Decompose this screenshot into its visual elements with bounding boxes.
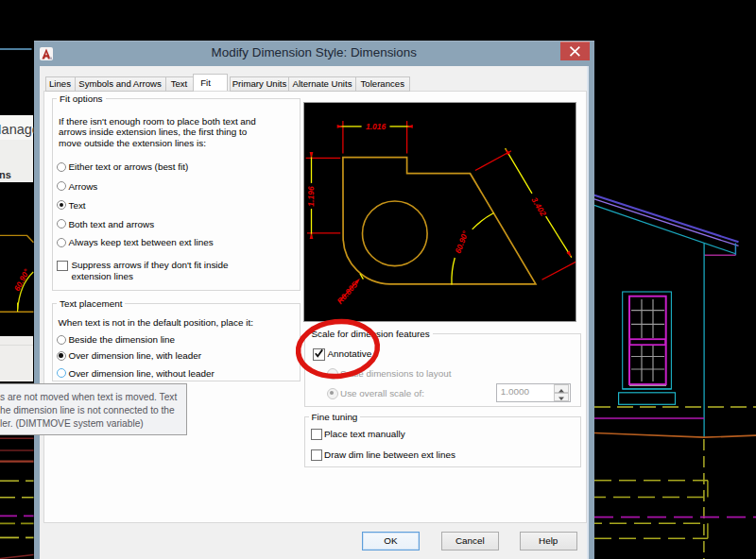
- svg-text:1.016: 1.016: [366, 121, 387, 130]
- svg-text:3.402: 3.402: [529, 195, 548, 218]
- svg-text:1.196: 1.196: [306, 186, 316, 207]
- svg-text:60.90°: 60.90°: [12, 267, 32, 293]
- svg-text:60.90°: 60.90°: [453, 229, 470, 254]
- svg-text:R0.805: R0.805: [335, 280, 359, 305]
